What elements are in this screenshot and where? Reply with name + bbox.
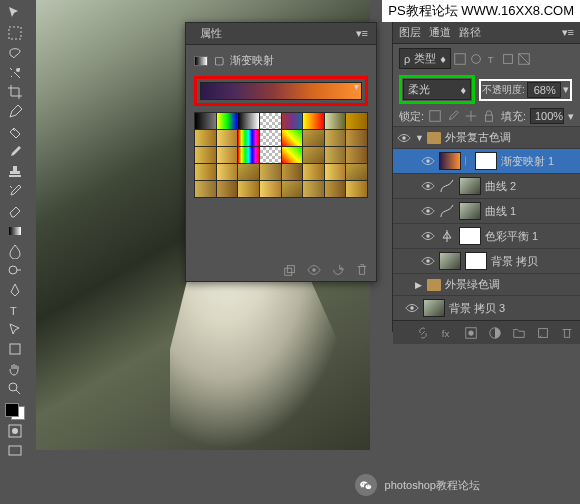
link-icon[interactable] (416, 326, 430, 340)
preset-swatch[interactable] (346, 113, 367, 129)
preset-swatch[interactable] (217, 130, 238, 146)
layer-row[interactable]: 背景 拷贝 3 (393, 295, 580, 320)
chevron-right-icon[interactable]: ▶ (415, 280, 423, 290)
wand-tool[interactable] (4, 63, 26, 82)
preset-swatch[interactable] (238, 147, 259, 163)
eye-icon[interactable] (421, 231, 435, 241)
mask-icon[interactable] (464, 326, 478, 340)
filter-type-select[interactable]: ρ类型♦ (399, 48, 451, 69)
preset-swatch[interactable] (238, 181, 259, 197)
preset-swatch[interactable] (260, 164, 281, 180)
fx-icon[interactable]: fx (440, 326, 454, 340)
panel-menu-icon[interactable]: ▾≡ (562, 26, 574, 39)
eye-icon[interactable] (405, 303, 419, 313)
preset-swatch[interactable] (238, 130, 259, 146)
stamp-tool[interactable] (4, 162, 26, 181)
zoom-tool[interactable] (4, 380, 26, 399)
filter-shape-icon[interactable] (501, 52, 515, 66)
preset-swatch[interactable] (325, 181, 346, 197)
preset-swatch[interactable] (195, 147, 216, 163)
tab-channels[interactable]: 通道 (429, 25, 451, 40)
preset-swatch[interactable] (260, 113, 281, 129)
mask-thumb[interactable] (459, 227, 481, 245)
mask-thumb[interactable] (475, 152, 497, 170)
preset-swatch[interactable] (303, 181, 324, 197)
preset-swatch[interactable] (325, 113, 346, 129)
filter-adj-icon[interactable] (469, 52, 483, 66)
preset-swatch[interactable] (217, 164, 238, 180)
opacity-dropdown-icon[interactable]: ▾ (563, 83, 569, 96)
eyedropper-tool[interactable] (4, 103, 26, 122)
preset-swatch[interactable] (260, 181, 281, 197)
blur-tool[interactable] (4, 241, 26, 260)
lasso-tool[interactable] (4, 44, 26, 63)
lock-trans-icon[interactable] (428, 109, 442, 123)
preset-swatch[interactable] (325, 147, 346, 163)
hand-tool[interactable] (4, 360, 26, 379)
color-swatches[interactable] (5, 403, 25, 420)
preset-swatch[interactable] (303, 130, 324, 146)
preset-swatch[interactable] (282, 164, 303, 180)
screen-mode-tool[interactable] (4, 441, 26, 460)
eye-icon[interactable] (421, 181, 435, 191)
preset-swatch[interactable] (282, 130, 303, 146)
gradient-tool[interactable] (4, 221, 26, 240)
preset-swatch[interactable] (346, 147, 367, 163)
mask-thumb[interactable] (459, 202, 481, 220)
layer-thumb[interactable] (439, 252, 461, 270)
mask-thumb[interactable] (459, 177, 481, 195)
new-layer-icon[interactable] (536, 326, 550, 340)
layer-row[interactable]: 背景 拷贝 (393, 248, 580, 273)
marquee-tool[interactable] (4, 24, 26, 43)
clip-icon[interactable] (282, 263, 298, 277)
fill-dropdown-icon[interactable]: ▾ (568, 110, 574, 123)
properties-tab[interactable]: 属性 (194, 24, 228, 43)
layer-row[interactable]: 曲线 1 (393, 198, 580, 223)
eraser-tool[interactable] (4, 202, 26, 221)
layer-row[interactable]: 𝄀 渐变映射 1 (393, 148, 580, 173)
group-icon[interactable] (512, 326, 526, 340)
crop-tool[interactable] (4, 83, 26, 102)
view-icon[interactable] (306, 263, 322, 277)
preset-swatch[interactable] (260, 130, 281, 146)
opacity-value[interactable]: 68% (527, 82, 561, 98)
reset-icon[interactable] (330, 263, 346, 277)
preset-swatch[interactable] (238, 113, 259, 129)
filter-type-icon[interactable]: T (485, 52, 499, 66)
pen-tool[interactable] (4, 281, 26, 300)
type-tool[interactable]: T (4, 300, 26, 319)
brush-tool[interactable] (4, 142, 26, 161)
move-tool[interactable] (4, 4, 26, 23)
tab-paths[interactable]: 路径 (459, 25, 481, 40)
filter-smart-icon[interactable] (517, 52, 531, 66)
eye-icon[interactable] (421, 206, 435, 216)
preset-swatch[interactable] (195, 130, 216, 146)
preset-swatch[interactable] (325, 130, 346, 146)
preset-swatch[interactable] (238, 164, 259, 180)
preset-swatch[interactable] (217, 181, 238, 197)
preset-swatch[interactable] (195, 181, 216, 197)
preset-swatch[interactable] (282, 113, 303, 129)
eye-icon[interactable] (397, 280, 411, 290)
layer-group[interactable]: ▼ 外景复古色调 (393, 126, 580, 148)
preset-swatch[interactable] (346, 130, 367, 146)
tab-layers[interactable]: 图层 (399, 25, 421, 40)
eye-icon[interactable] (421, 156, 435, 166)
eye-icon[interactable] (421, 256, 435, 266)
lock-paint-icon[interactable] (446, 109, 460, 123)
layer-group[interactable]: ▶ 外景绿色调 (393, 273, 580, 295)
preset-swatch[interactable] (303, 147, 324, 163)
preset-swatch[interactable] (217, 147, 238, 163)
filter-image-icon[interactable] (453, 52, 467, 66)
shape-tool[interactable] (4, 340, 26, 359)
preset-swatch[interactable] (217, 113, 238, 129)
preset-swatch[interactable] (303, 164, 324, 180)
layer-thumb[interactable] (439, 152, 461, 170)
heal-tool[interactable] (4, 123, 26, 142)
lock-all-icon[interactable] (482, 109, 496, 123)
preset-swatch[interactable] (260, 147, 281, 163)
gradient-bar[interactable] (200, 82, 362, 100)
preset-swatch[interactable] (282, 147, 303, 163)
history-brush-tool[interactable] (4, 182, 26, 201)
trash-icon[interactable] (354, 263, 370, 277)
